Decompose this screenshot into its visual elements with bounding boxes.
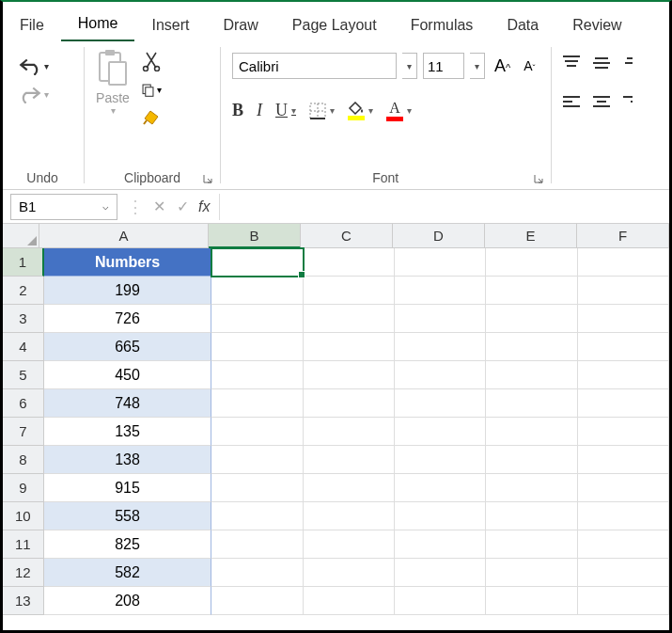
cell[interactable] <box>304 277 395 305</box>
cell[interactable] <box>395 587 486 615</box>
cell[interactable] <box>211 587 303 615</box>
cell[interactable] <box>395 333 486 361</box>
tab-formulas[interactable]: Formulas <box>394 11 491 40</box>
cell[interactable] <box>486 418 577 446</box>
cell[interactable] <box>304 305 395 333</box>
fill-color-button[interactable]: ▾ <box>348 102 373 120</box>
row-header[interactable]: 12 <box>3 559 44 587</box>
cell[interactable]: 138 <box>44 446 212 474</box>
cell[interactable] <box>395 305 486 333</box>
cell[interactable] <box>395 389 486 418</box>
cell[interactable]: 135 <box>44 418 212 446</box>
cell[interactable] <box>395 502 486 530</box>
cell[interactable] <box>211 248 303 277</box>
tab-data[interactable]: Data <box>490 11 555 40</box>
cell[interactable] <box>486 474 577 502</box>
align-bottom-button[interactable] <box>621 55 633 75</box>
cell[interactable] <box>395 559 486 587</box>
formula-input[interactable] <box>219 194 669 220</box>
row-header[interactable]: 5 <box>3 361 44 389</box>
cell[interactable] <box>304 474 395 502</box>
font-launcher[interactable] <box>532 172 545 185</box>
cell[interactable] <box>486 333 577 361</box>
table-header-cell[interactable]: Numbers <box>44 248 212 277</box>
col-header-b[interactable]: B <box>209 224 301 248</box>
cell[interactable]: 582 <box>44 559 212 587</box>
fx-label[interactable]: fx <box>195 198 213 215</box>
chevron-down-icon[interactable]: ⌵ <box>102 200 109 213</box>
cell[interactable] <box>211 361 303 389</box>
font-name-dropdown[interactable]: ▾ <box>402 53 417 79</box>
cell[interactable]: 748 <box>44 389 212 418</box>
bold-button[interactable]: B <box>232 101 243 120</box>
align-top-button[interactable] <box>561 55 582 75</box>
enter-formula-button[interactable]: ✓ <box>171 198 195 215</box>
cell[interactable] <box>578 502 669 530</box>
cell[interactable] <box>578 530 669 559</box>
cell[interactable] <box>486 389 577 418</box>
cell[interactable] <box>486 502 577 530</box>
redo-button[interactable]: ▾ <box>12 83 55 105</box>
align-middle-button[interactable] <box>591 55 612 75</box>
cell[interactable] <box>395 418 486 446</box>
cell[interactable] <box>211 530 303 559</box>
cell[interactable] <box>578 389 669 418</box>
increase-font-button[interactable]: A^ <box>491 56 514 76</box>
cell[interactable] <box>578 277 669 305</box>
cell[interactable] <box>395 361 486 389</box>
align-left-button[interactable] <box>561 94 582 115</box>
cell[interactable] <box>578 587 669 615</box>
cell[interactable] <box>486 587 577 615</box>
row-header[interactable]: 13 <box>3 587 44 615</box>
tab-draw[interactable]: Draw <box>206 11 274 40</box>
spreadsheet-grid[interactable]: A B C D E F 1Numbers21993726466554506748… <box>3 224 669 615</box>
cell[interactable] <box>395 474 486 502</box>
chevron-down-icon[interactable]: ▾ <box>44 61 49 71</box>
row-header[interactable]: 4 <box>3 333 44 361</box>
col-header-f[interactable]: F <box>577 224 669 248</box>
col-header-c[interactable]: C <box>301 224 393 248</box>
align-right-button[interactable] <box>621 94 633 115</box>
font-size-dropdown[interactable]: ▾ <box>470 53 485 79</box>
row-header[interactable]: 1 <box>3 248 44 277</box>
cell[interactable] <box>304 530 395 559</box>
cell[interactable] <box>486 530 577 559</box>
font-name-combo[interactable] <box>232 53 397 79</box>
italic-button[interactable]: I <box>257 101 262 120</box>
row-header[interactable]: 9 <box>3 474 44 502</box>
cell[interactable] <box>211 277 303 305</box>
cell[interactable] <box>211 305 303 333</box>
align-center-button[interactable] <box>591 94 612 115</box>
tab-insert[interactable]: Insert <box>134 11 206 40</box>
copy-button[interactable]: ▾ <box>141 79 162 100</box>
cell[interactable] <box>395 530 486 559</box>
font-color-button[interactable]: A▾ <box>386 100 412 121</box>
select-all-corner[interactable] <box>3 224 39 248</box>
cell[interactable] <box>304 333 395 361</box>
cell[interactable] <box>304 418 395 446</box>
cell[interactable] <box>486 248 577 277</box>
chevron-down-icon[interactable]: ▾ <box>44 89 49 100</box>
name-box[interactable]: B1 ⌵ <box>10 194 117 220</box>
cell[interactable] <box>304 389 395 418</box>
cell[interactable]: 825 <box>44 530 212 559</box>
tab-page-layout[interactable]: Page Layout <box>275 11 394 40</box>
clipboard-launcher[interactable] <box>201 172 214 185</box>
font-size-combo[interactable] <box>423 53 464 79</box>
cell[interactable] <box>395 277 486 305</box>
row-header[interactable]: 8 <box>3 446 44 474</box>
tab-home[interactable]: Home <box>61 9 135 41</box>
col-header-e[interactable]: E <box>485 224 577 248</box>
row-header[interactable]: 10 <box>3 502 44 530</box>
borders-button[interactable]: ▾ <box>309 103 335 119</box>
cell[interactable] <box>211 333 303 361</box>
cell[interactable] <box>304 361 395 389</box>
cell[interactable] <box>578 418 669 446</box>
col-header-a[interactable]: A <box>39 224 209 248</box>
decrease-font-button[interactable]: Aˇ <box>520 58 539 73</box>
tab-file[interactable]: File <box>3 11 61 40</box>
cell[interactable] <box>211 446 303 474</box>
cell[interactable] <box>578 361 669 389</box>
cancel-formula-button[interactable]: ✕ <box>148 198 171 215</box>
cell[interactable] <box>486 559 577 587</box>
